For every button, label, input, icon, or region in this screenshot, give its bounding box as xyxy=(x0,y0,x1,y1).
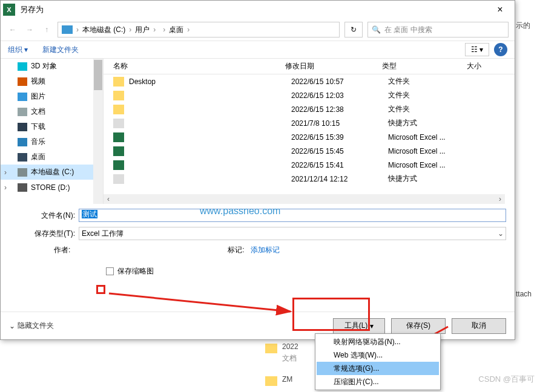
tree-item-label: 3D 对象 xyxy=(31,61,57,71)
tree-item-label: STORE (D:) xyxy=(31,183,70,192)
add-tag-link[interactable]: 添加标记 xyxy=(251,245,280,255)
tree-item[interactable]: 文档 xyxy=(1,104,103,119)
breadcrumb-segment[interactable]: 桌面 xyxy=(166,25,186,35)
file-icon xyxy=(113,146,124,156)
organize-button[interactable]: 组织 ▾ xyxy=(8,45,28,55)
view-mode-button[interactable]: ☷ ▾ xyxy=(465,43,489,56)
file-row[interactable]: Desktop2022/6/15 10:57文件夹 xyxy=(104,74,515,88)
file-date: 2022/6/15 10:57 xyxy=(291,77,388,86)
menu-map-drive[interactable]: 映射网络驱动器(N)... xyxy=(317,335,439,348)
file-icon xyxy=(113,174,124,184)
tree-item-label: 桌面 xyxy=(31,152,45,162)
file-type: 文件夹 xyxy=(388,104,473,114)
breadcrumb-segment[interactable]: 用户 xyxy=(133,25,152,35)
file-type: 快捷方式 xyxy=(388,118,473,128)
save-as-dialog: X 另存为 × ← → ↑ › 本地磁盘 (C:) › 用户 › › 桌面 › … xyxy=(0,0,515,340)
filetype-combo[interactable]: Excel 工作簿 ⌄ xyxy=(79,227,506,240)
ic-doc-icon xyxy=(18,108,27,116)
chevron-right-icon: › xyxy=(4,168,7,177)
column-size[interactable]: 大小 xyxy=(467,61,515,71)
chevron-down-icon: ⌄ xyxy=(498,229,504,238)
breadcrumb-segment[interactable]: 本地磁盘 (C:) xyxy=(80,25,128,35)
save-thumbnail-label: 保存缩略图 xyxy=(117,266,154,276)
column-type[interactable]: 类型 xyxy=(382,61,467,71)
tree-item[interactable]: 图片 xyxy=(1,89,103,104)
ic-music-icon xyxy=(18,138,27,146)
file-row[interactable]: 2022/6/15 12:38文件夹 xyxy=(104,102,515,116)
background-folder-icon xyxy=(265,376,277,386)
file-icon xyxy=(113,160,124,170)
nav-back-icon[interactable]: ← xyxy=(7,24,19,36)
background-text: 2022 xyxy=(282,342,298,351)
tools-menu: 映射网络驱动器(N)... Web 选项(W)... 常规选项(G)... 压缩… xyxy=(315,333,441,390)
file-list: 名称 修改日期 类型 大小 Desktop2022/6/15 10:57文件夹 … xyxy=(104,59,515,204)
file-name: Desktop xyxy=(129,77,291,86)
help-button[interactable]: ? xyxy=(494,43,507,56)
file-row[interactable]: 2021/12/14 12:12快捷方式 xyxy=(104,172,515,186)
menu-compress-pictures[interactable]: 压缩图片(C)... xyxy=(317,375,439,388)
ic-download-icon xyxy=(18,123,27,131)
search-input[interactable]: 🔍 在 桌面 中搜索 xyxy=(367,22,509,38)
file-type: 快捷方式 xyxy=(388,174,473,184)
file-date: 2021/12/14 12:12 xyxy=(291,175,388,183)
menu-general-options[interactable]: 常规选项(G)... xyxy=(317,362,439,375)
tree-item[interactable]: 视频 xyxy=(1,74,103,89)
cancel-button[interactable]: 取消 xyxy=(452,318,506,334)
file-date: 2022/6/15 12:03 xyxy=(291,91,388,100)
hide-folders-toggle[interactable]: ⌄ 隐藏文件夹 xyxy=(9,321,54,331)
refresh-button[interactable]: ↻ xyxy=(344,22,363,38)
folder-tree: 3D 对象视频图片文档下载音乐桌面›本地磁盘 (C:)›STORE (D:) xyxy=(1,59,104,204)
excel-app-icon: X xyxy=(3,4,15,16)
file-date: 2022/6/15 15:45 xyxy=(291,147,388,155)
tree-item[interactable]: 3D 对象 xyxy=(1,59,103,74)
file-date: 2021/7/8 10:15 xyxy=(291,119,388,128)
ic-store-icon xyxy=(18,183,27,192)
file-date: 2022/6/15 15:41 xyxy=(291,161,388,169)
chevron-down-icon: ▾ xyxy=(370,322,374,330)
breadcrumb[interactable]: › 本地磁盘 (C:) › 用户 › › 桌面 › xyxy=(58,22,340,38)
pc-icon xyxy=(62,25,73,34)
tree-item[interactable]: ›本地磁盘 (C:) xyxy=(1,165,103,180)
file-row[interactable]: 2022/6/15 15:41Microsoft Excel ... xyxy=(104,158,515,172)
tools-dropdown-button[interactable]: 工具(L)▾ xyxy=(333,318,385,334)
tree-item-label: 图片 xyxy=(31,91,45,102)
tree-item[interactable]: 下载 xyxy=(1,119,103,134)
save-button[interactable]: 保存(S) xyxy=(391,318,446,334)
file-icon xyxy=(113,91,124,100)
file-icon xyxy=(113,105,124,114)
file-icon xyxy=(113,77,124,87)
file-row[interactable]: 2022/6/15 15:45Microsoft Excel ... xyxy=(104,144,515,158)
file-row[interactable]: 2022/6/15 15:39Microsoft Excel ... xyxy=(104,130,515,144)
ic-picture-icon xyxy=(18,93,27,101)
close-button[interactable]: × xyxy=(488,1,512,19)
file-type: Microsoft Excel ... xyxy=(388,133,473,142)
horizontal-scrollbar[interactable]: ‹› xyxy=(104,194,505,204)
file-type: Microsoft Excel ... xyxy=(388,147,473,155)
nav-up-icon[interactable]: ↑ xyxy=(41,24,53,36)
column-name[interactable]: 名称 xyxy=(104,61,285,71)
tree-item[interactable]: ›STORE (D:) xyxy=(1,180,103,195)
file-row[interactable]: 2021/7/8 10:15快捷方式 xyxy=(104,116,515,130)
ic-video-icon xyxy=(18,77,27,86)
file-row[interactable]: 2022/6/15 12:03文件夹 xyxy=(104,88,515,102)
file-type: 文件夹 xyxy=(388,90,473,100)
menu-web-options[interactable]: Web 选项(W)... xyxy=(317,348,439,362)
background-panel: 示的 ttach xyxy=(516,19,537,298)
column-date[interactable]: 修改日期 xyxy=(285,61,382,71)
tree-scrollbar[interactable] xyxy=(93,59,103,204)
tree-item[interactable]: 音乐 xyxy=(1,134,103,149)
tag-label: 标记: xyxy=(228,245,244,255)
tree-item-label: 本地磁盘 (C:) xyxy=(31,167,74,177)
author-value[interactable] xyxy=(76,245,107,255)
filename-input[interactable]: 测试 xyxy=(79,209,506,222)
background-text: 文档 xyxy=(282,353,297,364)
new-folder-button[interactable]: 新建文件夹 xyxy=(42,45,79,55)
nav-forward-icon[interactable]: → xyxy=(24,24,36,36)
window-title: 另存为 xyxy=(20,4,488,15)
save-thumbnail-checkbox[interactable] xyxy=(106,267,114,275)
titlebar: X 另存为 × xyxy=(1,1,515,19)
tree-item[interactable]: 桌面 xyxy=(1,149,103,165)
search-placeholder: 在 桌面 中搜索 xyxy=(384,25,432,35)
tree-item-label: 下载 xyxy=(31,122,45,132)
list-header: 名称 修改日期 类型 大小 xyxy=(104,59,515,74)
